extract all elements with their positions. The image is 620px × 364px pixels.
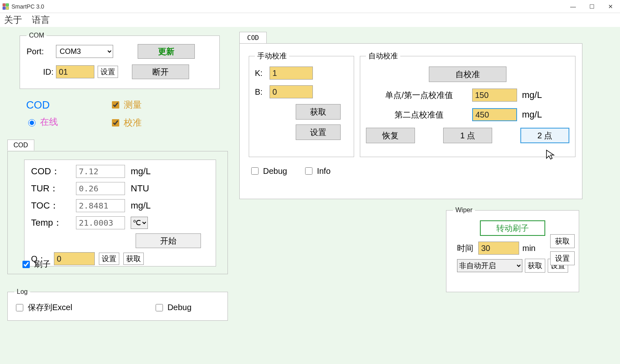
calib-info-label: Info — [317, 166, 330, 176]
wiper-time-input[interactable] — [478, 242, 519, 255]
point2-input[interactable] — [472, 108, 517, 121]
log-legend: Log — [14, 288, 30, 295]
cod-label: COD： — [31, 165, 76, 178]
tur-label: TUR： — [31, 182, 76, 195]
menu-language[interactable]: 语言 — [32, 14, 50, 26]
brush-checkbox[interactable] — [22, 261, 30, 268]
one-point-button[interactable]: 1 点 — [443, 128, 492, 143]
wiper-time-unit: min — [522, 244, 535, 253]
q-input[interactable] — [54, 252, 95, 265]
tur-unit: NTU — [131, 183, 149, 194]
cod-title: COD — [26, 99, 50, 111]
point1-input[interactable] — [472, 89, 517, 102]
mode-block: COD 在线 测量 校准 — [20, 99, 220, 135]
svg-rect-3 — [6, 7, 9, 9]
refresh-button[interactable]: 更新 — [138, 44, 195, 59]
port-select[interactable]: COM3 — [56, 45, 113, 58]
start-button[interactable]: 开始 — [136, 233, 201, 248]
wiper-legend: Wiper — [453, 206, 475, 214]
save-excel-checkbox[interactable] — [16, 304, 23, 311]
toc-label: TOC： — [31, 200, 76, 212]
svg-rect-2 — [3, 7, 5, 9]
auto-legend: 自动校准 — [366, 51, 400, 61]
k-label: K: — [255, 69, 270, 78]
point1-unit: mg/L — [522, 90, 542, 100]
calib-info-checkbox[interactable] — [305, 167, 312, 175]
app-icon — [2, 3, 9, 10]
com-legend: COM — [27, 32, 47, 39]
window-title: SmartPC 3.0 — [11, 3, 44, 10]
wiper-mode-select[interactable]: 非自动开启 — [457, 259, 522, 272]
measurement-panel: COD： mg/L TUR： NTU TOC： mg/L Temp： — [24, 160, 216, 266]
measurement-tabhost: COD COD： mg/L TUR： NTU TOC： mg/L — [7, 140, 228, 274]
svg-rect-0 — [3, 4, 5, 6]
log-debug-checkbox[interactable] — [156, 304, 163, 311]
log-debug-label: Debug — [167, 303, 192, 312]
calib-debug-label: Debug — [263, 166, 287, 176]
k-input[interactable] — [270, 67, 313, 80]
wiper-group: Wiper 转动刷子 时间 min 获取 设置 非自动开启 获取 设置 — [446, 206, 579, 292]
manual-get-button[interactable]: 获取 — [296, 104, 341, 120]
point2-label: 第二点校准值 — [366, 109, 472, 120]
toc-unit: mg/L — [131, 200, 151, 211]
minimize-button[interactable]: — — [564, 0, 582, 13]
svg-rect-1 — [6, 4, 9, 6]
manual-set-button[interactable]: 设置 — [296, 124, 341, 140]
manual-calib-group: 手动校准 K: B: 获取 设置 — [249, 51, 354, 157]
brush-label: 刷子 — [34, 259, 51, 270]
toc-value — [76, 199, 125, 212]
temp-value — [76, 216, 125, 229]
b-input[interactable] — [270, 85, 313, 98]
restore-button[interactable]: 恢复 — [366, 128, 415, 143]
online-label: 在线 — [40, 116, 58, 128]
log-group: Log 保存到Excel Debug — [7, 288, 228, 321]
q-get-button[interactable]: 获取 — [123, 253, 144, 265]
calibration-tabhost: COD 手动校准 K: B: 获取 设置 自动校准 — [239, 32, 582, 199]
temp-label: Temp： — [31, 217, 76, 229]
calibrate-label: 校准 — [124, 117, 142, 129]
two-point-button[interactable]: 2 点 — [520, 128, 569, 143]
measure-label: 测量 — [124, 99, 142, 111]
rotate-brush-button[interactable]: 转动刷子 — [480, 220, 545, 236]
id-label: ID: — [27, 67, 54, 77]
wiper-time-label: 时间 — [457, 243, 475, 254]
calib-debug-checkbox[interactable] — [251, 167, 259, 175]
auto-calib-group: 自动校准 自校准 单点/第一点校准值 mg/L 第二点校准值 mg/L 恢复 1… — [360, 51, 575, 157]
menubar: 关于 语言 — [0, 13, 620, 27]
id-set-button[interactable]: 设置 — [98, 66, 118, 78]
cod-unit: mg/L — [131, 166, 151, 177]
tab-cod-right[interactable]: COD — [239, 32, 267, 43]
cod-value — [76, 165, 125, 178]
point2-unit: mg/L — [522, 109, 542, 120]
point1-label: 单点/第一点校准值 — [366, 90, 472, 101]
wiper-mode-get-button[interactable]: 获取 — [525, 259, 545, 273]
titlebar: SmartPC 3.0 — ☐ ✕ — [0, 0, 620, 13]
com-group: COM Port: COM3 更新 ID: 设置 断开 — [20, 32, 220, 89]
online-radio[interactable] — [28, 119, 36, 127]
close-button[interactable]: ✕ — [601, 0, 620, 13]
id-input[interactable] — [56, 65, 94, 78]
disconnect-button[interactable]: 断开 — [132, 64, 189, 79]
b-label: B: — [255, 87, 270, 97]
manual-legend: 手动校准 — [255, 51, 289, 61]
save-excel-label: 保存到Excel — [28, 302, 72, 313]
content-area: COM Port: COM3 更新 ID: 设置 断开 COD 在线 测量 — [0, 27, 620, 364]
menu-about[interactable]: 关于 — [4, 14, 22, 26]
tab-cod[interactable]: COD — [7, 140, 34, 151]
maximize-button[interactable]: ☐ — [582, 0, 601, 13]
port-label: Port: — [27, 47, 54, 56]
wiper-get-button[interactable]: 获取 — [550, 234, 575, 248]
self-calib-button[interactable]: 自校准 — [429, 67, 506, 82]
tur-value — [76, 182, 125, 195]
measure-checkbox[interactable] — [112, 101, 119, 109]
q-set-button[interactable]: 设置 — [99, 253, 119, 265]
temp-unit-select[interactable]: ℃ — [131, 217, 148, 229]
wiper-set-button[interactable]: 设置 — [550, 251, 575, 265]
calibrate-checkbox[interactable] — [112, 119, 119, 127]
